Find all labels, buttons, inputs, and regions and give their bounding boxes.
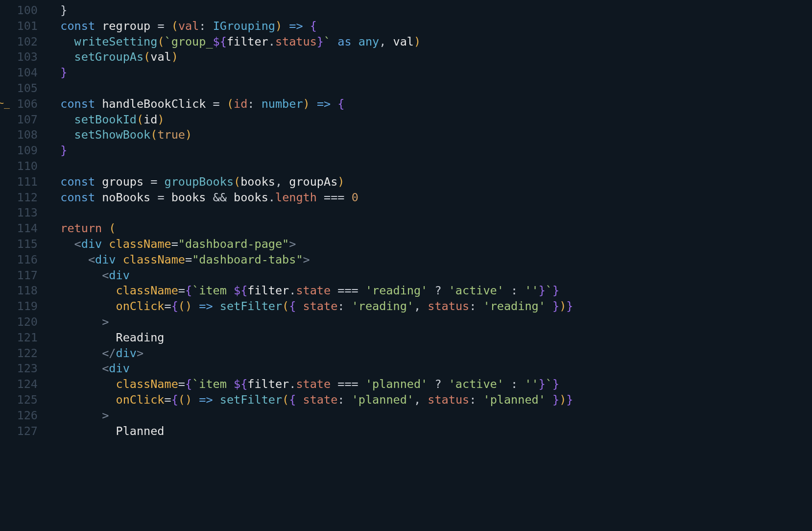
code-line[interactable]: return ( [47,221,812,237]
line-number: 122 [0,346,38,362]
line-number: 103 [0,49,38,65]
code-line[interactable] [47,205,812,221]
line-number: 112 [0,190,38,206]
code-line[interactable]: } [47,3,812,19]
line-number: 125 [0,392,38,408]
code-line[interactable]: setGroupAs(val) [47,49,812,65]
line-number: 120 [0,314,38,330]
code-line[interactable]: writeSetting(`group_${filter.status}` as… [47,34,812,50]
line-number: 104 [0,65,38,81]
line-number: 115 [0,237,38,252]
code-line[interactable]: <div [47,361,812,377]
line-number: 105 [0,81,38,97]
line-number: 121 [0,330,38,346]
code-line[interactable]: setShowBook(true) [47,127,812,143]
code-line[interactable]: onClick={() => setFilter({ state: 'readi… [47,299,812,314]
line-number: 100 [0,3,38,19]
line-number: 116 [0,252,38,268]
line-number: 119 [0,299,38,314]
code-line[interactable]: </div> [47,346,812,362]
code-line[interactable]: onClick={() => setFilter({ state: 'plann… [47,392,812,408]
line-number: 106~_ [0,97,38,112]
code-line[interactable]: <div [47,268,812,284]
line-number: 127 [0,424,38,439]
line-number: 117 [0,268,38,284]
line-number: 110 [0,159,38,174]
code-line[interactable]: className={`item ${filter.state === 'pla… [47,377,812,392]
line-number: 114 [0,221,38,237]
code-line[interactable]: > [47,408,812,424]
line-number: 101 [0,19,38,34]
code-line[interactable]: Reading [47,330,812,346]
line-number: 124 [0,377,38,392]
code-line[interactable]: const handleBookClick = (id: number) => … [47,97,812,112]
code-line[interactable]: setBookId(id) [47,112,812,128]
line-number: 102 [0,34,38,50]
code-line[interactable]: className={`item ${filter.state === 'rea… [47,283,812,299]
code-line[interactable]: const regroup = (val: IGrouping) => { [47,19,812,34]
line-number-gutter: 100101102103104105106~_10710810911011111… [0,0,47,531]
code-area[interactable]: } const regroup = (val: IGrouping) => { … [47,0,812,531]
code-line[interactable]: const noBooks = books && books.length ==… [47,190,812,206]
line-number: 109 [0,143,38,159]
code-line[interactable] [47,81,812,97]
line-number: 107 [0,112,38,128]
line-number: 111 [0,174,38,190]
code-line[interactable]: } [47,65,812,81]
line-number: 126 [0,408,38,424]
code-line[interactable]: <div className="dashboard-tabs"> [47,252,812,268]
code-line[interactable]: <div className="dashboard-page"> [47,237,812,252]
code-line[interactable]: Planned [47,424,812,439]
line-number: 118 [0,283,38,299]
line-number: 123 [0,361,38,377]
line-number: 113 [0,205,38,221]
code-line[interactable]: const groups = groupBooks(books, groupAs… [47,174,812,190]
code-line[interactable]: } [47,143,812,159]
line-number: 108 [0,127,38,143]
code-editor[interactable]: 100101102103104105106~_10710810911011111… [0,0,812,531]
code-line[interactable]: > [47,314,812,330]
code-line[interactable] [47,159,812,174]
modified-marker-icon: ~_ [0,97,10,110]
